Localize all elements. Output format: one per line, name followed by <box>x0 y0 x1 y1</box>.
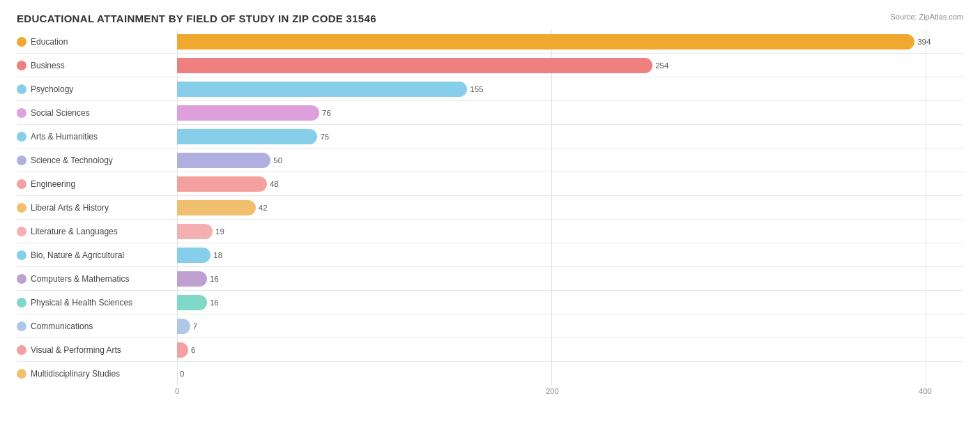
bar-fill <box>177 176 267 192</box>
bar-label: Visual & Performing Arts <box>31 345 121 355</box>
bar-value-label: 0 <box>180 366 184 381</box>
chart-title: EDUCATIONAL ATTAINMENT BY FIELD OF STUDY… <box>17 13 963 24</box>
bar-fill <box>177 58 652 73</box>
x-tick-label: 200 <box>546 387 558 395</box>
grid-line <box>551 362 552 386</box>
bar-value-label: 50 <box>273 153 282 168</box>
grid-line <box>551 220 552 243</box>
bar-row: Business254 <box>17 54 963 77</box>
grid-line <box>926 314 926 337</box>
bar-section: 42 <box>177 196 963 219</box>
bar-section: 48 <box>177 172 963 195</box>
bar-fill <box>177 34 914 50</box>
bar-value-label: 6 <box>191 342 195 358</box>
chart-area: Education394Business254Psychology155Soci… <box>17 30 963 386</box>
bar-section: 76 <box>177 101 963 124</box>
bar-dot <box>17 369 26 379</box>
bar-dot <box>17 179 26 189</box>
bar-row: Physical & Health Sciences16 <box>17 291 963 314</box>
bar-dot <box>17 250 26 260</box>
bar-row: Bio, Nature & Agricultural18 <box>17 243 963 267</box>
bar-label-area: Science & Technology <box>17 155 177 165</box>
grid-line <box>926 54 926 77</box>
bar-section: 155 <box>177 77 963 100</box>
grid-line <box>551 149 552 172</box>
bar-label: Physical & Health Sciences <box>31 298 132 308</box>
bar-section: 16 <box>177 291 963 314</box>
bar-row: Psychology155 <box>17 77 963 101</box>
bar-label-area: Education <box>17 37 177 47</box>
bar-label: Psychology <box>31 84 73 94</box>
bar-row: Computers & Mathematics16 <box>17 267 963 291</box>
bar-dot <box>17 61 26 70</box>
bar-dot <box>17 345 26 355</box>
grid-line <box>926 149 926 172</box>
bar-fill <box>177 200 256 215</box>
bar-row: Social Sciences76 <box>17 101 963 125</box>
bar-value-label: 18 <box>213 248 222 263</box>
bar-section: 19 <box>177 220 963 243</box>
grid-line <box>926 101 926 124</box>
grid-line <box>926 243 926 266</box>
bar-value-label: 76 <box>322 105 331 121</box>
bar-row: Communications7 <box>17 314 963 338</box>
bar-label-area: Engineering <box>17 179 177 189</box>
grid-line <box>551 338 552 361</box>
bar-label-area: Business <box>17 61 177 70</box>
bar-label-area: Visual & Performing Arts <box>17 345 177 355</box>
bar-value-label: 16 <box>210 295 219 310</box>
grid-line <box>177 362 178 386</box>
bar-dot <box>17 274 26 284</box>
bar-dot <box>17 155 26 165</box>
x-tick-label: 0 <box>175 387 179 395</box>
grid-line <box>926 362 926 386</box>
bar-label-area: Liberal Arts & History <box>17 203 177 213</box>
bar-label: Science & Technology <box>31 155 113 165</box>
bar-dot <box>17 321 26 331</box>
bar-label-area: Multidisciplinary Studies <box>17 369 177 379</box>
bar-row: Arts & Humanities75 <box>17 125 963 149</box>
grid-line <box>926 196 926 219</box>
grid-line <box>551 267 552 290</box>
bar-dot <box>17 84 26 94</box>
bar-section: 50 <box>177 149 963 172</box>
bar-row: Science & Technology50 <box>17 149 963 172</box>
bar-section: 254 <box>177 54 963 77</box>
bar-label: Liberal Arts & History <box>31 203 109 213</box>
bar-value-label: 254 <box>655 58 668 73</box>
bar-label-area: Social Sciences <box>17 108 177 118</box>
bar-label: Communications <box>31 321 93 331</box>
source-text: Source: ZipAtlas.com <box>890 13 963 21</box>
bar-row: Education394 <box>17 30 963 54</box>
bar-row: Visual & Performing Arts6 <box>17 338 963 362</box>
bar-value-label: 7 <box>193 319 197 334</box>
bar-fill <box>177 295 207 310</box>
x-axis-line: 0200400 <box>177 387 963 401</box>
grid-line <box>926 172 926 195</box>
bar-fill <box>177 342 188 358</box>
grid-line <box>551 125 552 148</box>
bar-row: Liberal Arts & History42 <box>17 196 963 220</box>
bar-label-area: Communications <box>17 321 177 331</box>
grid-line <box>551 291 552 314</box>
bar-section: 75 <box>177 125 963 148</box>
bar-fill <box>177 105 319 121</box>
bar-row: Multidisciplinary Studies0 <box>17 362 963 386</box>
grid-line <box>926 125 926 148</box>
bar-label: Bio, Nature & Agricultural <box>31 250 124 260</box>
bar-section: 18 <box>177 243 963 266</box>
bar-value-label: 394 <box>917 34 931 50</box>
bar-section: 16 <box>177 267 963 290</box>
bar-value-label: 48 <box>270 176 279 192</box>
grid-line <box>926 338 926 361</box>
bar-label-area: Bio, Nature & Agricultural <box>17 250 177 260</box>
bar-fill <box>177 129 317 144</box>
bar-fill <box>177 248 210 263</box>
grid-line <box>926 220 926 243</box>
grid-line <box>551 101 552 124</box>
bar-label-area: Psychology <box>17 84 177 94</box>
bar-label: Computers & Mathematics <box>31 274 129 284</box>
bar-label: Literature & Languages <box>31 227 118 236</box>
bar-label-area: Arts & Humanities <box>17 132 177 142</box>
bar-label-area: Physical & Health Sciences <box>17 298 177 308</box>
